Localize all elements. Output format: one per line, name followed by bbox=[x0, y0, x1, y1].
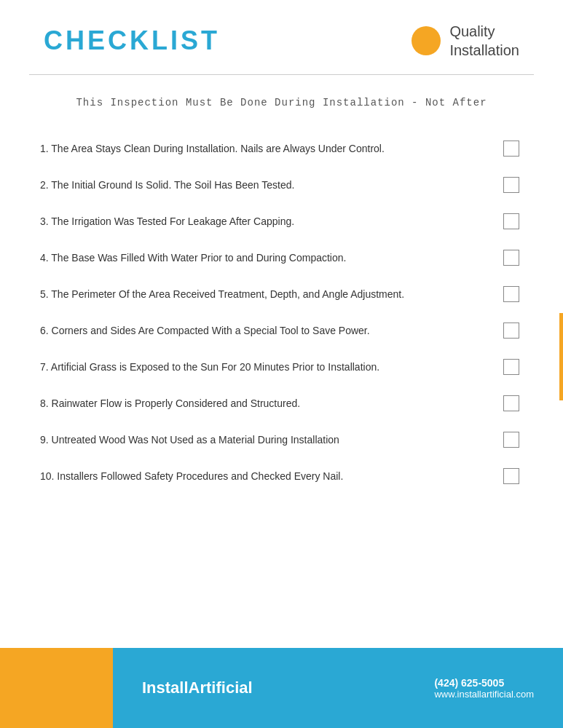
list-item: 3. The Irrigation Was Tested For Leakage… bbox=[40, 203, 519, 240]
checkbox-10[interactable] bbox=[503, 468, 519, 484]
right-accent-bar bbox=[559, 313, 563, 400]
brand-tagline: Quality Installation bbox=[449, 22, 519, 60]
item-text: 3. The Irrigation Was Tested For Leakage… bbox=[40, 215, 503, 227]
brand-area: Quality Installation bbox=[412, 22, 519, 60]
list-item: 4. The Base Was Filled With Water Prior … bbox=[40, 240, 519, 276]
checkbox-3[interactable] bbox=[503, 213, 519, 229]
checkbox-2[interactable] bbox=[503, 177, 519, 193]
checkbox-7[interactable] bbox=[503, 359, 519, 375]
checkbox-9[interactable] bbox=[503, 432, 519, 448]
page-title: CHECKLIST bbox=[44, 25, 220, 56]
list-item: 9. Untreated Wood Was Not Used as a Mate… bbox=[40, 422, 519, 458]
checkbox-5[interactable] bbox=[503, 286, 519, 302]
item-text: 8. Rainwater Flow is Properly Considered… bbox=[40, 397, 503, 409]
list-item: 1. The Area Stays Clean During Installat… bbox=[40, 130, 519, 167]
item-text: 5. The Perimeter Of the Area Received Tr… bbox=[40, 288, 503, 300]
footer-phone: (424) 625-5005 bbox=[434, 677, 534, 689]
checkbox-8[interactable] bbox=[503, 395, 519, 411]
header: CHECKLIST Quality Installation bbox=[0, 0, 563, 74]
footer-contact: (424) 625-5005 www.installartificial.com bbox=[434, 677, 534, 700]
list-item: 5. The Perimeter Of the Area Received Tr… bbox=[40, 276, 519, 312]
brand-dot-icon bbox=[412, 26, 441, 55]
item-text: 6. Corners and Sides Are Compacted With … bbox=[40, 325, 503, 336]
footer-brand-name: InstallArtificial bbox=[142, 678, 253, 697]
item-text: 7. Artificial Grass is Exposed to the Su… bbox=[40, 361, 503, 373]
page: CHECKLIST Quality Installation This Insp… bbox=[0, 0, 563, 728]
list-item: 10. Installers Followed Safety Procedure… bbox=[40, 458, 519, 494]
item-text: 10. Installers Followed Safety Procedure… bbox=[40, 470, 503, 482]
footer: InstallArtificial (424) 625-5005 www.ins… bbox=[0, 648, 563, 728]
checkbox-1[interactable] bbox=[503, 141, 519, 157]
checklist-body: 1. The Area Stays Clean During Installat… bbox=[0, 123, 563, 648]
list-item: 7. Artificial Grass is Exposed to the Su… bbox=[40, 349, 519, 385]
item-text: 4. The Base Was Filled With Water Prior … bbox=[40, 252, 503, 264]
item-text: 2. The Initial Ground Is Solid. The Soil… bbox=[40, 179, 503, 191]
footer-blue-block: InstallArtificial (424) 625-5005 www.ins… bbox=[113, 648, 563, 728]
footer-website: www.installartificial.com bbox=[434, 689, 534, 700]
item-text: 9. Untreated Wood Was Not Used as a Mate… bbox=[40, 434, 503, 446]
footer-orange-block bbox=[0, 648, 113, 728]
item-text: 1. The Area Stays Clean During Installat… bbox=[40, 143, 503, 154]
checkbox-4[interactable] bbox=[503, 250, 519, 266]
list-item: 6. Corners and Sides Are Compacted With … bbox=[40, 312, 519, 349]
list-item: 8. Rainwater Flow is Properly Considered… bbox=[40, 385, 519, 422]
subtitle: This Inspection Must Be Done During Inst… bbox=[0, 75, 563, 123]
list-item: 2. The Initial Ground Is Solid. The Soil… bbox=[40, 167, 519, 203]
checkbox-6[interactable] bbox=[503, 323, 519, 339]
